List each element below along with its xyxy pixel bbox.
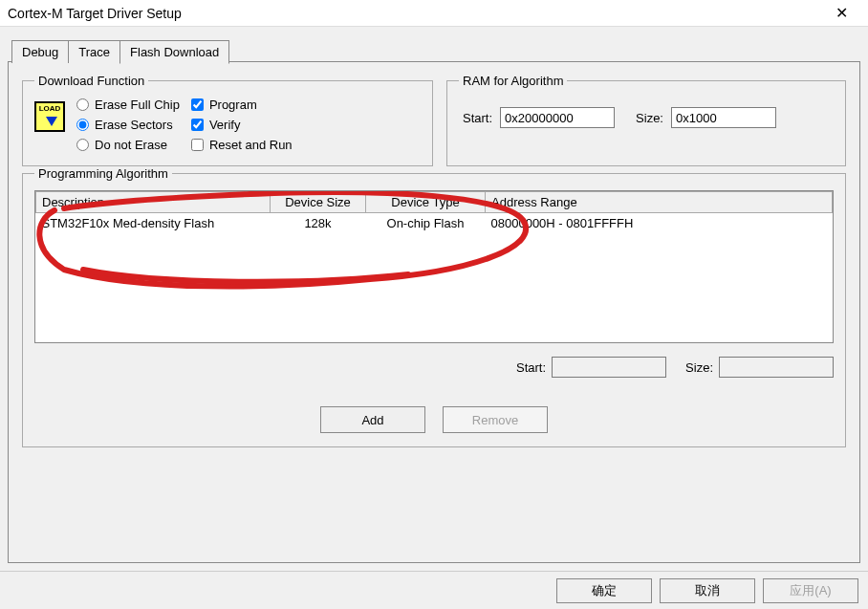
window-title: Cortex-M Target Driver Setup [8,6,822,21]
tab-strip: Debug Trace Flash Download [11,40,228,63]
do-not-erase-radio[interactable] [76,139,89,151]
cell-device-type: On-chip Flash [366,213,486,234]
title-bar: Cortex-M Target Driver Setup ✕ [0,0,868,27]
client-area: Debug Trace Flash Download Download Func… [0,27,868,571]
algorithm-size-label: Size: [685,360,713,375]
dialog-footer: 确定 取消 应用(A) [0,571,868,609]
do-not-erase-option[interactable]: Do not Erase [76,138,180,152]
algorithm-start-input [552,357,666,378]
algorithm-table: Description Device Size Device Type Addr… [35,191,833,233]
do-not-erase-label: Do not Erase [95,138,167,152]
tab-debug[interactable]: Debug [11,40,69,63]
cancel-button[interactable]: 取消 [660,578,755,603]
reset-and-run-checkbox[interactable] [191,139,204,151]
ram-size-label: Size: [636,111,663,125]
erase-full-chip-label: Erase Full Chip [95,98,180,112]
erase-sectors-label: Erase Sectors [95,118,173,132]
erase-sectors-radio[interactable] [76,119,89,131]
download-function-legend: Download Function [34,74,148,88]
programming-algorithm-group: Programming Algorithm Description Device… [22,166,846,447]
algorithm-size-input [719,357,834,378]
ram-size-input[interactable] [671,107,776,128]
ram-for-algorithm-legend: RAM for Algorithm [459,74,567,88]
tab-trace[interactable]: Trace [68,40,120,63]
erase-full-chip-radio[interactable] [76,98,89,111]
ram-start-input[interactable] [500,107,615,128]
cell-description: STM32F10x Med-density Flash [36,213,271,234]
reset-and-run-option[interactable]: Reset and Run [191,138,293,152]
tab-flash-download[interactable]: Flash Download [119,40,229,64]
add-button[interactable]: Add [320,406,425,433]
load-icon: LOAD [34,101,65,132]
erase-sectors-option[interactable]: Erase Sectors [76,118,180,132]
programming-algorithm-legend: Programming Algorithm [34,166,172,181]
program-option[interactable]: Program [191,98,293,112]
erase-full-chip-option[interactable]: Erase Full Chip [76,98,180,112]
verify-checkbox[interactable] [191,119,204,131]
download-function-group: Download Function LOAD Erase Full Chip E… [22,74,433,166]
program-label: Program [209,98,257,112]
verify-option[interactable]: Verify [191,118,293,132]
ram-for-algorithm-group: RAM for Algorithm Start: Size: [446,74,846,166]
apply-button: 应用(A) [763,578,858,603]
col-device-type[interactable]: Device Type [366,192,486,213]
algorithm-start-label: Start: [516,360,546,375]
reset-and-run-label: Reset and Run [209,138,293,152]
algorithm-table-container: Description Device Size Device Type Addr… [34,190,834,343]
cell-address-range: 08000000H - 0801FFFFH [486,213,833,234]
close-icon[interactable]: ✕ [822,4,860,22]
program-checkbox[interactable] [191,98,204,111]
col-device-size[interactable]: Device Size [271,192,366,213]
col-description[interactable]: Description [36,192,271,213]
ok-button[interactable]: 确定 [556,578,652,603]
ram-start-label: Start: [463,111,492,125]
col-address-range[interactable]: Address Range [486,192,833,213]
remove-button: Remove [443,406,548,433]
tab-panel: Download Function LOAD Erase Full Chip E… [8,61,860,563]
table-row[interactable]: STM32F10x Med-density Flash 128k On-chip… [36,213,833,234]
verify-label: Verify [209,118,241,132]
cell-device-size: 128k [271,213,366,234]
